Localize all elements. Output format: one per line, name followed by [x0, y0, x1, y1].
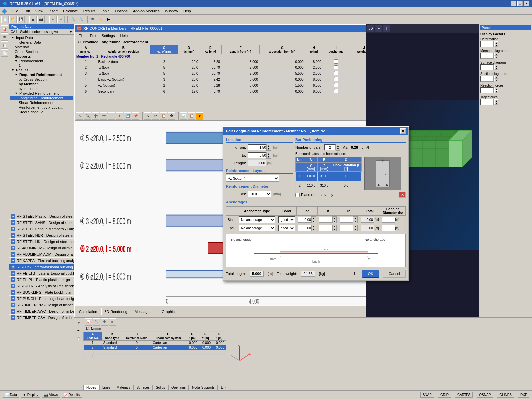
x-to-up[interactable]: ▲: [267, 152, 271, 155]
anch-start-l2: ▲ ▼: [338, 216, 359, 224]
anchorage-diagram-svg: No anchorage No anchorage from to: [226, 234, 405, 267]
anch-end-lt-down[interactable]: ▼: [332, 228, 336, 231]
delete-bar-btn[interactable]: ✕: [399, 192, 406, 198]
anch-start-lt-input[interactable]: [319, 217, 332, 223]
reinf-layout-select[interactable]: +z (bottom): [226, 175, 279, 182]
bar-row-1[interactable]: 1 110.0 310.0 0.0: [296, 172, 362, 181]
anch-dx-label: d_x: [324, 248, 329, 251]
length-row: Length: 5.000 [m]: [226, 160, 293, 166]
x-to-down[interactable]: ▼: [267, 155, 271, 158]
anch-end-bending-input[interactable]: [382, 225, 395, 231]
bar-beta-1: 0.0: [331, 172, 362, 181]
anch-end-type-select[interactable]: No anchorage: [239, 225, 275, 231]
length-value: 5.000: [248, 160, 266, 166]
location-title: Location: [226, 138, 293, 143]
ds-select[interactable]: 20.0: [248, 191, 271, 197]
bars-input[interactable]: [324, 144, 336, 150]
anch-end-bending: [m]: [380, 224, 406, 232]
anch-diag-start-label: No anchorage: [231, 238, 252, 241]
bar-subhead-no: [296, 163, 304, 172]
anch-end-total-display: 0.00 [m]: [361, 225, 379, 231]
x-to-unit: [m]: [273, 154, 278, 157]
cancel-btn[interactable]: Cancel: [383, 270, 406, 278]
anch-start-lbd-input[interactable]: [298, 217, 311, 223]
rebar-1-dot: [386, 184, 388, 186]
anch-start-lt-up[interactable]: ▲: [332, 217, 336, 220]
x-to-label: to:: [226, 153, 246, 157]
anch-start-l2-field[interactable]: ▲ ▼: [340, 216, 358, 223]
anch-end-lbd-down[interactable]: ▼: [312, 228, 316, 231]
as-value: 6.28: [351, 145, 358, 149]
anch-end-bending-unit: [m]: [395, 226, 399, 230]
anch-end-total-value: 0.00: [361, 225, 374, 231]
bar-y-1: 110.0: [304, 172, 318, 181]
reinf-layout-section: Reinforcement Layout +z (bottom): [226, 169, 293, 182]
ds-label: ds:: [226, 192, 246, 196]
info-btn[interactable]: ℹ: [351, 270, 358, 277]
anch-start-lbd-field[interactable]: ▲ ▼: [298, 216, 316, 223]
anch-end-l2-field[interactable]: ▲ ▼: [340, 225, 358, 231]
bar-z-1: 310.0: [318, 172, 331, 181]
anch-end-l2-up[interactable]: ▲: [353, 225, 357, 228]
x-to-field[interactable]: ▲ ▼: [248, 152, 271, 159]
anch-end-lbd-up[interactable]: ▲: [312, 225, 316, 228]
anch-col-bending: Bending Diameter dsr: [380, 207, 406, 216]
bar-positioning-section: Bar Positioning Number of bars: ▲ ▼: [295, 138, 406, 198]
anch-start-lbd-up[interactable]: ▲: [312, 217, 316, 220]
anch-end-bending-field[interactable]: [m]: [382, 225, 404, 231]
anch-end-lbd-btns: ▲ ▼: [311, 225, 316, 231]
bars-up[interactable]: ▲: [336, 144, 340, 147]
anch-to-label: to: [368, 257, 370, 261]
x-from-down[interactable]: ▼: [267, 147, 271, 150]
anch-start-bending-input[interactable]: [382, 217, 395, 223]
x-from-up[interactable]: ▲: [267, 144, 271, 147]
as-label: As:: [343, 145, 348, 149]
anch-col-bond: Bond: [277, 207, 296, 216]
ok-btn[interactable]: OK: [362, 270, 379, 278]
total-length-label: Total length:: [226, 272, 246, 276]
bars-spinner[interactable]: ▲ ▼: [324, 144, 340, 151]
modal-title-bar: Edit Longitudinal Reinforcement - Member…: [223, 127, 408, 135]
anch-end-lbd-input[interactable]: [298, 225, 311, 231]
anch-col-lt: lt: [317, 207, 338, 216]
anchorages-title: Anchorages: [226, 200, 406, 205]
anch-start-lt-down[interactable]: ▼: [332, 220, 336, 223]
anch-end-lt-field[interactable]: ▲ ▼: [319, 225, 337, 231]
anch-start-lt-field[interactable]: ▲ ▼: [319, 216, 337, 223]
anch-start-type-select[interactable]: No anchorage: [239, 216, 275, 223]
anch-end-l2-input[interactable]: [340, 225, 353, 231]
anch-col-type: Anchorage Type: [237, 207, 277, 216]
anch-end-lt-input[interactable]: [319, 225, 332, 231]
bar-subhead-z: z [mm]: [318, 163, 331, 172]
x-from-input[interactable]: [248, 144, 266, 150]
x-from-field[interactable]: ▲ ▼: [248, 144, 271, 151]
bar-coords-table: No. A B C y [mm] z [mm]: [295, 157, 362, 190]
place-evenly-checkbox[interactable]: [295, 193, 300, 197]
anch-col-empty: [226, 207, 237, 216]
coords-label: Bar coordinates and hook rotation:: [295, 152, 406, 156]
x-to-spinners: ▲ ▼: [266, 152, 271, 159]
modal-close-btn[interactable]: ✕: [400, 128, 406, 134]
anch-col-l2: l2: [338, 207, 359, 216]
anch-start-lbd-down[interactable]: ▼: [312, 220, 316, 223]
modal-right-col: Bar Positioning Number of bars: ▲ ▼: [295, 138, 406, 200]
anch-length-label: length: [312, 260, 320, 263]
anch-start-l2-input[interactable]: [340, 217, 353, 223]
anch-start-bending-field[interactable]: [m]: [382, 217, 404, 223]
anch-end-bond-select[interactable]: good: [278, 225, 295, 231]
anch-end-lbd: ▲ ▼: [296, 224, 317, 232]
anch-end-lt-up[interactable]: ▲: [332, 225, 336, 228]
anch-start-l2-down[interactable]: ▼: [353, 220, 357, 223]
ds-row: ds: 20.0 [mm]: [226, 191, 293, 197]
reinf-diameter-title: Reinforcement Diameter: [226, 184, 293, 189]
anch-end-lbd-field[interactable]: ▲ ▼: [298, 225, 316, 231]
bar-row-2[interactable]: 2 -110.0 310.0 0.0: [296, 181, 362, 190]
bars-down[interactable]: ▼: [336, 147, 340, 150]
anch-start-type-cell: No anchorage: [237, 216, 277, 224]
anch-end-l2-down[interactable]: ▼: [353, 228, 357, 231]
anch-start-l2-up[interactable]: ▲: [353, 217, 357, 220]
anch-start-bond-select[interactable]: good: [278, 216, 295, 223]
edit-reinforcement-dialog: Edit Longitudinal Reinforcement - Member…: [223, 126, 409, 281]
anch-start-total-display: 0.00 [m]: [361, 217, 379, 223]
x-to-input[interactable]: [248, 152, 266, 158]
